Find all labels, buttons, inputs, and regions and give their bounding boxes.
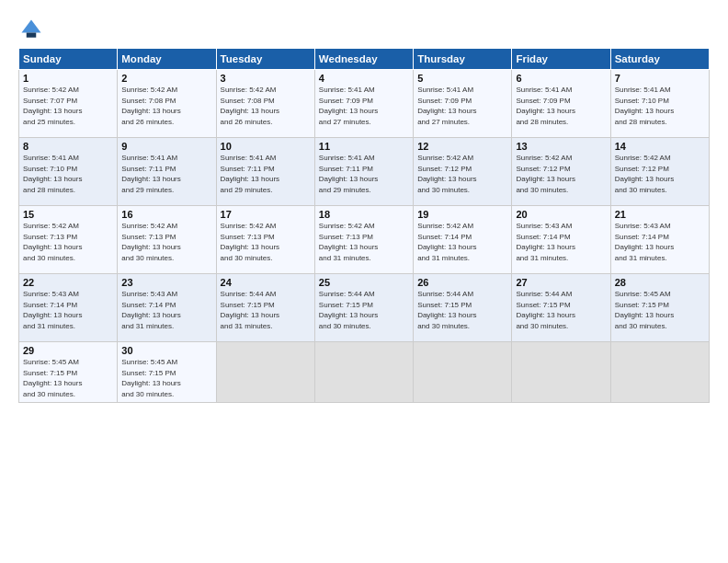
day-cell: 30Sunrise: 5:45 AM Sunset: 7:15 PM Dayli… xyxy=(118,342,216,403)
header-cell-thursday: Thursday xyxy=(414,49,512,70)
week-row-4: 29Sunrise: 5:45 AM Sunset: 7:15 PM Dayli… xyxy=(19,342,710,403)
day-cell: 4Sunrise: 5:41 AM Sunset: 7:09 PM Daylig… xyxy=(314,70,413,138)
day-info: Sunrise: 5:45 AM Sunset: 7:15 PM Dayligh… xyxy=(121,357,211,399)
day-info: Sunrise: 5:41 AM Sunset: 7:10 PM Dayligh… xyxy=(23,153,113,195)
day-number: 18 xyxy=(319,209,409,220)
day-number: 6 xyxy=(516,73,606,84)
day-cell xyxy=(216,342,314,403)
header-cell-monday: Monday xyxy=(118,49,216,70)
day-cell: 10Sunrise: 5:41 AM Sunset: 7:11 PM Dayli… xyxy=(216,138,314,206)
day-info: Sunrise: 5:42 AM Sunset: 7:07 PM Dayligh… xyxy=(23,85,113,127)
day-cell: 27Sunrise: 5:44 AM Sunset: 7:15 PM Dayli… xyxy=(512,274,610,342)
day-number: 9 xyxy=(121,141,211,152)
header-cell-friday: Friday xyxy=(512,49,610,70)
day-cell: 28Sunrise: 5:45 AM Sunset: 7:15 PM Dayli… xyxy=(610,274,709,342)
day-info: Sunrise: 5:45 AM Sunset: 7:15 PM Dayligh… xyxy=(615,289,705,331)
day-cell: 29Sunrise: 5:45 AM Sunset: 7:15 PM Dayli… xyxy=(19,342,118,403)
day-info: Sunrise: 5:44 AM Sunset: 7:15 PM Dayligh… xyxy=(417,289,507,331)
day-info: Sunrise: 5:41 AM Sunset: 7:10 PM Dayligh… xyxy=(615,85,705,127)
day-cell: 8Sunrise: 5:41 AM Sunset: 7:10 PM Daylig… xyxy=(19,138,118,206)
day-info: Sunrise: 5:41 AM Sunset: 7:09 PM Dayligh… xyxy=(319,85,409,127)
day-info: Sunrise: 5:44 AM Sunset: 7:15 PM Dayligh… xyxy=(319,289,409,331)
day-cell: 22Sunrise: 5:43 AM Sunset: 7:14 PM Dayli… xyxy=(19,274,118,342)
day-number: 8 xyxy=(23,141,113,152)
day-number: 12 xyxy=(417,141,507,152)
day-number: 2 xyxy=(121,73,211,84)
day-number: 21 xyxy=(615,209,705,220)
header-cell-tuesday: Tuesday xyxy=(216,49,314,70)
day-number: 5 xyxy=(417,73,507,84)
day-number: 24 xyxy=(221,277,311,288)
day-number: 30 xyxy=(121,345,211,356)
logo xyxy=(18,17,48,42)
header-cell-wednesday: Wednesday xyxy=(314,49,413,70)
day-info: Sunrise: 5:42 AM Sunset: 7:08 PM Dayligh… xyxy=(221,85,311,127)
header-cell-sunday: Sunday xyxy=(19,49,118,70)
day-number: 15 xyxy=(23,209,113,220)
day-info: Sunrise: 5:42 AM Sunset: 7:13 PM Dayligh… xyxy=(121,221,211,263)
day-cell: 23Sunrise: 5:43 AM Sunset: 7:14 PM Dayli… xyxy=(118,274,216,342)
day-cell xyxy=(314,342,413,403)
day-info: Sunrise: 5:45 AM Sunset: 7:15 PM Dayligh… xyxy=(23,357,113,399)
day-info: Sunrise: 5:41 AM Sunset: 7:11 PM Dayligh… xyxy=(319,153,409,195)
day-cell: 14Sunrise: 5:42 AM Sunset: 7:12 PM Dayli… xyxy=(610,138,709,206)
day-info: Sunrise: 5:41 AM Sunset: 7:11 PM Dayligh… xyxy=(221,153,311,195)
logo-icon xyxy=(18,17,44,42)
day-info: Sunrise: 5:44 AM Sunset: 7:15 PM Dayligh… xyxy=(221,289,311,331)
day-cell: 21Sunrise: 5:43 AM Sunset: 7:14 PM Dayli… xyxy=(610,206,709,274)
day-cell: 26Sunrise: 5:44 AM Sunset: 7:15 PM Dayli… xyxy=(414,274,512,342)
day-number: 11 xyxy=(319,141,409,152)
day-number: 25 xyxy=(319,277,409,288)
day-number: 19 xyxy=(417,209,507,220)
day-number: 10 xyxy=(221,141,311,152)
week-row-1: 8Sunrise: 5:41 AM Sunset: 7:10 PM Daylig… xyxy=(19,138,710,206)
day-cell: 18Sunrise: 5:42 AM Sunset: 7:13 PM Dayli… xyxy=(314,206,413,274)
day-number: 16 xyxy=(121,209,211,220)
day-cell: 16Sunrise: 5:42 AM Sunset: 7:13 PM Dayli… xyxy=(118,206,216,274)
day-number: 13 xyxy=(516,141,606,152)
week-row-3: 22Sunrise: 5:43 AM Sunset: 7:14 PM Dayli… xyxy=(19,274,710,342)
day-info: Sunrise: 5:42 AM Sunset: 7:13 PM Dayligh… xyxy=(221,221,311,263)
day-cell xyxy=(512,342,610,403)
day-number: 3 xyxy=(221,73,311,84)
svg-marker-0 xyxy=(22,20,41,33)
day-info: Sunrise: 5:43 AM Sunset: 7:14 PM Dayligh… xyxy=(121,289,211,331)
day-number: 23 xyxy=(121,277,211,288)
week-row-0: 1Sunrise: 5:42 AM Sunset: 7:07 PM Daylig… xyxy=(19,70,710,138)
day-cell: 3Sunrise: 5:42 AM Sunset: 7:08 PM Daylig… xyxy=(216,70,314,138)
day-number: 28 xyxy=(615,277,705,288)
day-cell: 19Sunrise: 5:42 AM Sunset: 7:14 PM Dayli… xyxy=(414,206,512,274)
day-cell: 24Sunrise: 5:44 AM Sunset: 7:15 PM Dayli… xyxy=(216,274,314,342)
header-cell-saturday: Saturday xyxy=(610,49,709,70)
day-cell: 15Sunrise: 5:42 AM Sunset: 7:13 PM Dayli… xyxy=(19,206,118,274)
day-info: Sunrise: 5:42 AM Sunset: 7:12 PM Dayligh… xyxy=(615,153,705,195)
day-info: Sunrise: 5:42 AM Sunset: 7:14 PM Dayligh… xyxy=(417,221,507,263)
header xyxy=(18,17,710,42)
svg-rect-1 xyxy=(27,33,37,38)
page: SundayMondayTuesdayWednesdayThursdayFrid… xyxy=(0,0,728,563)
day-number: 20 xyxy=(516,209,606,220)
day-info: Sunrise: 5:41 AM Sunset: 7:11 PM Dayligh… xyxy=(121,153,211,195)
day-number: 27 xyxy=(516,277,606,288)
day-cell xyxy=(414,342,512,403)
day-cell: 17Sunrise: 5:42 AM Sunset: 7:13 PM Dayli… xyxy=(216,206,314,274)
day-number: 17 xyxy=(221,209,311,220)
day-number: 22 xyxy=(23,277,113,288)
day-cell: 6Sunrise: 5:41 AM Sunset: 7:09 PM Daylig… xyxy=(512,70,610,138)
week-row-2: 15Sunrise: 5:42 AM Sunset: 7:13 PM Dayli… xyxy=(19,206,710,274)
day-number: 7 xyxy=(615,73,705,84)
day-info: Sunrise: 5:41 AM Sunset: 7:09 PM Dayligh… xyxy=(417,85,507,127)
day-info: Sunrise: 5:43 AM Sunset: 7:14 PM Dayligh… xyxy=(23,289,113,331)
calendar-table: SundayMondayTuesdayWednesdayThursdayFrid… xyxy=(18,48,710,403)
day-number: 4 xyxy=(319,73,409,84)
day-cell xyxy=(610,342,709,403)
day-number: 14 xyxy=(615,141,705,152)
day-cell: 7Sunrise: 5:41 AM Sunset: 7:10 PM Daylig… xyxy=(610,70,709,138)
day-info: Sunrise: 5:42 AM Sunset: 7:12 PM Dayligh… xyxy=(516,153,606,195)
day-info: Sunrise: 5:44 AM Sunset: 7:15 PM Dayligh… xyxy=(516,289,606,331)
day-info: Sunrise: 5:41 AM Sunset: 7:09 PM Dayligh… xyxy=(516,85,606,127)
day-number: 1 xyxy=(23,73,113,84)
day-cell: 20Sunrise: 5:43 AM Sunset: 7:14 PM Dayli… xyxy=(512,206,610,274)
day-info: Sunrise: 5:42 AM Sunset: 7:08 PM Dayligh… xyxy=(121,85,211,127)
day-number: 29 xyxy=(23,345,113,356)
